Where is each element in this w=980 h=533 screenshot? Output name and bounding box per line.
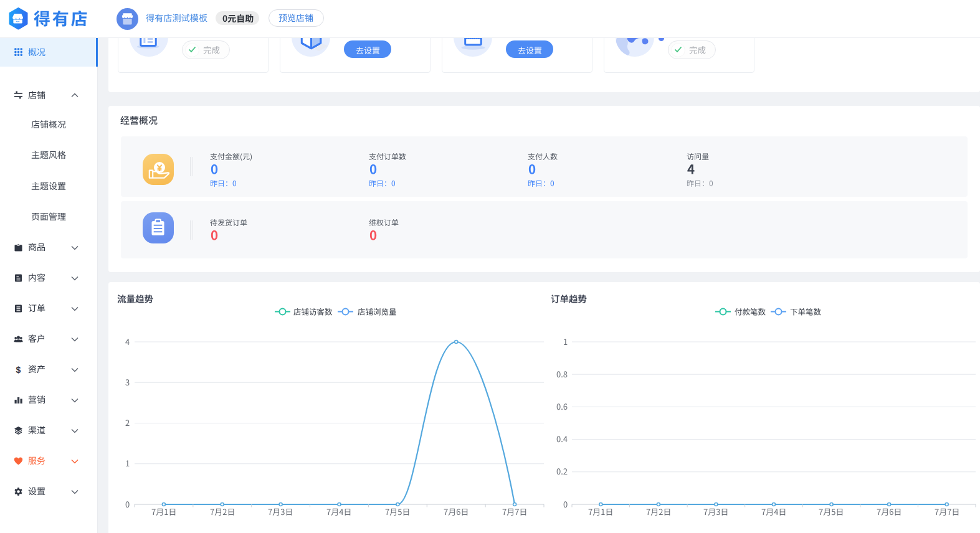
svg-text:$: $ <box>16 365 21 374</box>
